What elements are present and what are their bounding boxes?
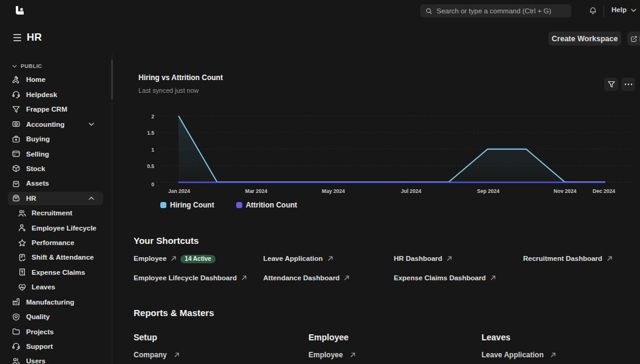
svg-text:Dec 2024: Dec 2024 (593, 188, 615, 194)
svg-text:0: 0 (151, 181, 154, 187)
svg-text:1.5: 1.5 (147, 130, 154, 136)
svg-text:0.5: 0.5 (147, 163, 154, 169)
svg-text:May 2024: May 2024 (322, 188, 345, 194)
svg-text:Nov 2024: Nov 2024 (554, 188, 577, 194)
svg-text:2: 2 (151, 113, 154, 120)
svg-text:Jul 2024: Jul 2024 (401, 188, 421, 194)
svg-text:1: 1 (151, 147, 154, 153)
svg-text:Mar 2024: Mar 2024 (245, 188, 268, 194)
svg-text:Jan 2024: Jan 2024 (168, 188, 190, 194)
svg-text:Sep 2024: Sep 2024 (477, 188, 500, 194)
